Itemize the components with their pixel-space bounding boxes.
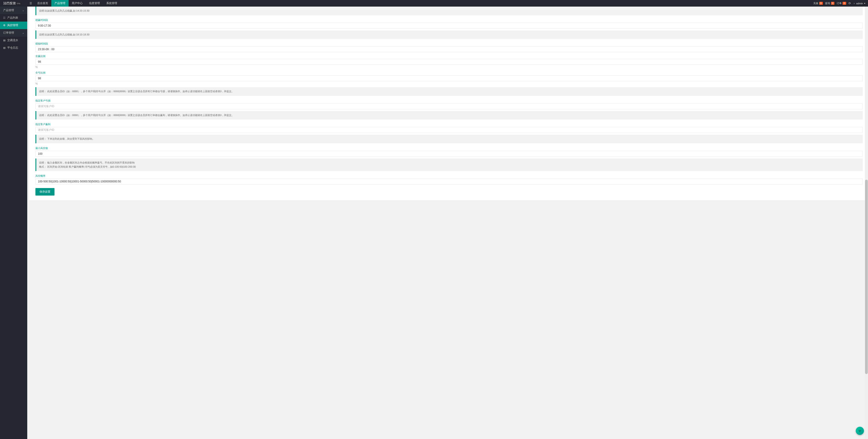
order-label: 订单 <box>837 2 842 5</box>
input-min-risk-value[interactable] <box>35 151 863 157</box>
sidebar: 产品管理 ⌄ ☷ 产品列表 ⚙ 风控管理 订单管理 ⌄ ▤ 交易流水 ▤ 平仓日… <box>0 7 27 202</box>
recharge-badge-item[interactable]: 充值 0 <box>813 2 823 5</box>
input-stable-lose-time[interactable] <box>35 46 863 52</box>
user-icon: ♀ <box>853 2 855 5</box>
chevron-down-icon: ⌄ <box>22 9 24 11</box>
withdraw-label: 提现 <box>825 2 830 5</box>
group-stable-win-time: 稳赢时间段 <box>35 17 863 29</box>
sidebar-item-risk-control[interactable]: ⚙ 风控管理 <box>0 22 27 29</box>
group-all-win-ratio: 全赢比例 % <box>35 53 863 69</box>
label-stable-lose-time: 稳输时间段 <box>35 41 863 46</box>
group-assign-customer-profit: 指定客户赢利 <box>35 121 863 133</box>
log-icon: ▤ <box>3 46 6 49</box>
save-button[interactable]: 保存设置 <box>35 188 55 195</box>
input-stable-win-time[interactable] <box>35 23 863 29</box>
note-stable-win-example: 说明:比如设置几点到几点稳赢,如:14:20-15:30 <box>35 7 863 15</box>
sidebar-item-product-list[interactable]: ☷ 产品列表 <box>0 14 27 22</box>
app-logo: 法巴投资 TP6 <box>0 1 27 5</box>
label-all-lose-ratio: 全亏比例 <box>35 70 863 75</box>
input-all-win-ratio[interactable] <box>35 59 863 65</box>
list-icon: ▤ <box>3 39 6 42</box>
gear-icon: ⚙ <box>3 24 6 27</box>
form-panel: 说明:比如设置几点到几点稳赢,如:14:20-15:30 稳赢时间段 说明:比如… <box>29 7 866 200</box>
top-nav: 后台首页 产品管理 用户中心 信息管理 系统管理 <box>34 0 120 7</box>
withdraw-count: 0 <box>831 2 835 5</box>
recharge-count: 0 <box>819 2 823 5</box>
suffix-all-lose-ratio: % <box>35 82 863 85</box>
label-assign-customer-profit: 指定客户赢利 <box>35 121 863 127</box>
user-menu[interactable]: ♀ admin ▾ <box>853 2 865 5</box>
sidebar-item-close-log-label: 平仓日志 <box>7 46 18 50</box>
sidebar-item-trade-flow[interactable]: ▤ 交易流水 <box>0 37 27 44</box>
label-min-risk-value: 最小风控值 <box>35 145 863 151</box>
nav-user-center[interactable]: 用户中心 <box>69 0 86 7</box>
note-stable-lose-example: 说明:比如设置几点到几点稳输,如:18:10-18:30 <box>35 30 863 39</box>
order-badge-item[interactable]: 订单 0 <box>837 2 846 5</box>
input-risk-prob[interactable] <box>35 179 863 184</box>
scrollbar-track[interactable] <box>865 7 868 202</box>
username: admin <box>856 2 863 5</box>
scrollbar-thumb[interactable] <box>865 180 868 202</box>
layers-icon: ☷ <box>3 17 6 19</box>
label-risk-prob: 风控概率 <box>35 173 863 179</box>
note-risk-prob: 说明： 输入金额区间，在金额区间之内会根据此概率盈亏。不在此区间则不受风控影响 … <box>35 159 863 171</box>
nav-home[interactable]: 后台首页 <box>34 0 51 7</box>
sidebar-item-risk-control-label: 风控管理 <box>7 23 18 27</box>
header-right: 充值 0 提现 0 订单 0 ⟳ ♀ admin ▾ <box>813 2 868 5</box>
suffix-all-win-ratio: % <box>35 65 863 69</box>
label-stable-win-time: 稳赢时间段 <box>35 17 863 23</box>
group-stable-lose-time: 稳输时间段 <box>35 41 863 52</box>
app-superscript: TP6 <box>17 2 21 5</box>
recharge-label: 充值 <box>813 2 818 5</box>
withdraw-badge-item[interactable]: 提现 0 <box>825 2 835 5</box>
sidebar-item-trade-flow-label: 交易流水 <box>7 38 18 42</box>
sidebar-group-order[interactable]: 订单管理 ⌄ <box>0 29 27 37</box>
sidebar-item-close-log[interactable]: ▤ 平仓日志 <box>0 44 27 52</box>
chevron-down-icon: ⌄ <box>22 32 24 34</box>
top-header: 法巴投资 TP6 ☰ 后台首页 产品管理 用户中心 信息管理 系统管理 充值 0… <box>0 0 868 7</box>
group-all-lose-ratio: 全亏比例 % <box>35 70 863 85</box>
sidebar-group-product-label: 产品管理 <box>3 8 14 12</box>
chevron-down-icon: ▾ <box>864 2 865 4</box>
note-member-lose: 说明： 此处设置会员ID（如：8888），多个用户用|符号分开（如：8888|9… <box>35 87 863 96</box>
input-assign-customer-loss[interactable] <box>35 103 863 109</box>
group-risk-prob: 风控概率 <box>35 173 863 184</box>
menu-toggle-icon[interactable]: ☰ <box>27 2 34 5</box>
note-risk-prob-line1: 说明： 输入金额区间，在金额区间之内会根据此概率盈亏。不在此区间则不受风控影响 <box>39 161 860 165</box>
note-member-profit: 说明： 此处设置会员ID（如：8888），多个用户用|符号分开（如：8888|9… <box>35 111 863 120</box>
input-assign-customer-profit[interactable] <box>35 127 863 133</box>
sidebar-group-product[interactable]: 产品管理 ⌄ <box>0 7 27 14</box>
input-all-lose-ratio[interactable] <box>35 75 863 81</box>
app-name: 法巴投资 <box>3 1 16 5</box>
nav-system[interactable]: 系统管理 <box>103 0 120 7</box>
main-content: 说明:比如设置几点到几点稳赢,如:14:20-15:30 稳赢时间段 说明:比如… <box>27 7 868 200</box>
refresh-icon[interactable]: ⟳ <box>848 2 851 5</box>
note-risk-prob-line2: 格式： 区间开始-区间结束:客户赢利概率| 符号必须为英文符号，如0-100:5… <box>39 165 860 169</box>
label-assign-customer-loss: 指定客户亏损 <box>35 98 863 103</box>
group-min-risk-value: 最小风控值 <box>35 145 863 157</box>
sidebar-item-product-list-label: 产品列表 <box>7 16 18 20</box>
sidebar-group-order-label: 订单管理 <box>3 31 14 35</box>
order-count: 0 <box>843 2 846 5</box>
note-min-risk: 说明： 下单达到此金额，则会受到下面风控影响。 <box>35 135 863 143</box>
label-all-win-ratio: 全赢比例 <box>35 53 863 59</box>
nav-info[interactable]: 信息管理 <box>86 0 103 7</box>
group-assign-customer-loss: 指定客户亏损 <box>35 98 863 109</box>
nav-product[interactable]: 产品管理 <box>51 0 69 7</box>
